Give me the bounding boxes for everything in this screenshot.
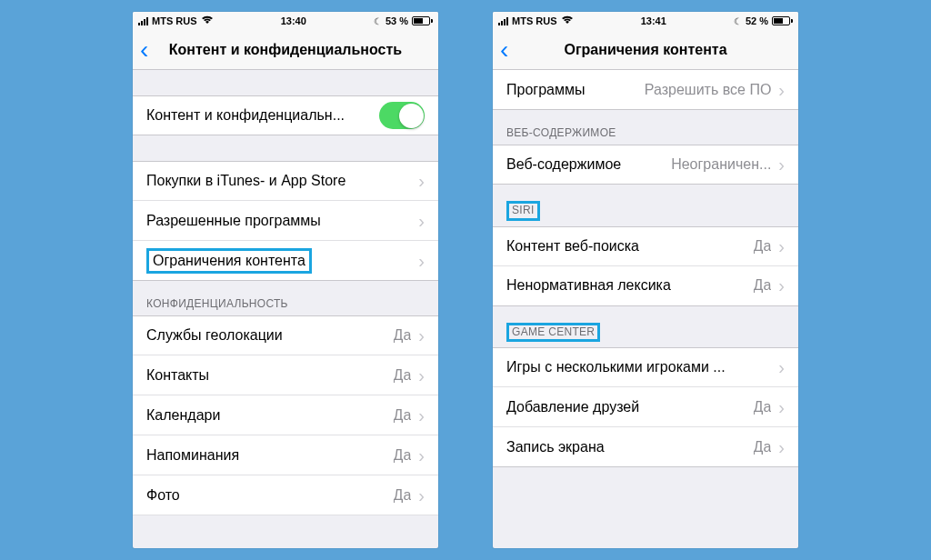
- row-contacts[interactable]: Контакты Да ›: [133, 355, 438, 395]
- wifi-icon: [201, 15, 214, 27]
- chevron-right-icon: ›: [778, 155, 785, 174]
- chevron-right-icon: ›: [778, 81, 785, 99]
- chevron-right-icon: ›: [778, 398, 785, 416]
- back-button[interactable]: ‹: [500, 37, 508, 63]
- cell-label: Ненормативная лексика: [506, 277, 754, 294]
- page-title: Контент и конфиденциальность: [133, 42, 438, 58]
- row-screen-recording[interactable]: Запись экрана Да ›: [493, 427, 798, 467]
- cell-label: Добавление друзей: [506, 399, 754, 415]
- clock: 13:41: [641, 15, 666, 26]
- signal-icon: [498, 17, 508, 25]
- cell-label: Веб-содержимое: [506, 156, 671, 173]
- row-allowed-apps[interactable]: Разрешенные программы ›: [133, 201, 438, 241]
- section-header-siri: SIRI: [493, 185, 798, 226]
- nav-bar: ‹ Контент и конфиденциальность: [133, 30, 438, 70]
- row-web-content[interactable]: Веб-содержимое Неограничен... ›: [493, 145, 798, 185]
- battery-percent: 52 %: [746, 15, 768, 26]
- chevron-right-icon: ›: [778, 358, 785, 376]
- cell-label: Контент и конфиденциальн...: [146, 107, 379, 124]
- chevron-right-icon: ›: [778, 438, 785, 456]
- cell-value: Да: [754, 238, 772, 255]
- section-header-privacy: КОНФИДЕНЦИАЛЬНОСТЬ: [133, 281, 438, 315]
- cell-label: Напоминания: [146, 447, 394, 464]
- chevron-right-icon: ›: [418, 252, 425, 270]
- chevron-right-icon: ›: [418, 212, 425, 230]
- row-web-search-content[interactable]: Контент веб-поиска Да ›: [493, 226, 798, 266]
- cell-label: Контент веб-поиска: [506, 238, 754, 255]
- carrier-label: MTS RUS: [152, 15, 197, 26]
- wifi-icon: [561, 15, 574, 27]
- cell-label: Ограничения контента: [146, 248, 418, 274]
- signal-icon: [138, 17, 148, 25]
- row-adding-friends[interactable]: Добавление друзей Да ›: [493, 387, 798, 427]
- cell-label: Службы геолокации: [146, 327, 394, 344]
- status-bar: MTS RUS 13:40 ☾ 53 %: [133, 12, 438, 30]
- cell-label: Разрешенные программы: [146, 213, 418, 229]
- cell-label: Фото: [146, 487, 394, 504]
- chevron-right-icon: ›: [418, 486, 425, 505]
- cell-label: Программы: [506, 82, 645, 98]
- row-apps[interactable]: Программы Разрешить все ПО ›: [493, 70, 798, 110]
- cell-value: Да: [754, 399, 772, 415]
- cell-value: Да: [394, 367, 412, 384]
- chevron-right-icon: ›: [418, 172, 425, 190]
- row-calendars[interactable]: Календари Да ›: [133, 395, 438, 435]
- chevron-right-icon: ›: [778, 276, 785, 295]
- row-itunes-purchases[interactable]: Покупки в iTunes- и App Store ›: [133, 161, 438, 201]
- section-header-web: ВЕБ-СОДЕРЖИМОЕ: [493, 110, 798, 145]
- battery-icon: [412, 16, 433, 25]
- cell-value: Да: [754, 277, 772, 294]
- cell-value: Да: [394, 407, 412, 424]
- toggle-switch[interactable]: [379, 102, 425, 129]
- status-bar: MTS RUS 13:41 ☾ 52 %: [493, 12, 798, 30]
- row-photos[interactable]: Фото Да ›: [133, 475, 438, 515]
- battery-icon: [772, 16, 793, 25]
- cell-value: Да: [394, 487, 412, 504]
- row-content-restrictions[interactable]: Ограничения контента ›: [133, 241, 438, 281]
- row-content-privacy-toggle[interactable]: Контент и конфиденциальн...: [133, 95, 438, 135]
- dnd-icon: ☾: [734, 16, 742, 26]
- chevron-right-icon: ›: [418, 446, 425, 465]
- cell-label: Календари: [146, 407, 394, 424]
- page-title: Ограничения контента: [493, 42, 798, 58]
- cell-value: Да: [394, 447, 412, 464]
- back-button[interactable]: ‹: [140, 37, 148, 63]
- nav-bar: ‹ Ограничения контента: [493, 30, 798, 70]
- cell-value: Разрешить все ПО: [645, 82, 771, 98]
- chevron-right-icon: ›: [418, 326, 425, 345]
- chevron-right-icon: ›: [418, 406, 425, 425]
- row-explicit-language[interactable]: Ненормативная лексика Да ›: [493, 266, 798, 306]
- cell-value: Да: [394, 327, 412, 344]
- phone-left: MTS RUS 13:40 ☾ 53 % ‹ Контент и конфиде…: [133, 12, 438, 548]
- clock: 13:40: [281, 15, 306, 26]
- row-location-services[interactable]: Службы геолокации Да ›: [133, 315, 438, 355]
- row-reminders[interactable]: Напоминания Да ›: [133, 435, 438, 475]
- cell-label: Контакты: [146, 367, 394, 384]
- cell-value: Неограничен...: [671, 156, 771, 173]
- phone-right: MTS RUS 13:41 ☾ 52 % ‹ Ограничения конте…: [493, 12, 798, 548]
- content-scroll[interactable]: Контент и конфиденциальн... Покупки в iT…: [133, 70, 438, 548]
- chevron-right-icon: ›: [418, 366, 425, 385]
- cell-label: Запись экрана: [506, 439, 754, 455]
- cell-label: Игры с несколькими игроками ...: [506, 359, 778, 375]
- chevron-right-icon: ›: [778, 237, 785, 255]
- carrier-label: MTS RUS: [512, 15, 557, 26]
- row-multiplayer-games[interactable]: Игры с несколькими игроками ... ›: [493, 347, 798, 387]
- cell-value: Да: [754, 439, 772, 455]
- cell-label: Покупки в iTunes- и App Store: [146, 173, 418, 189]
- battery-percent: 53 %: [385, 15, 408, 26]
- section-header-gamecenter: GAME CENTER: [493, 306, 798, 348]
- dnd-icon: ☾: [374, 16, 382, 26]
- content-scroll[interactable]: Программы Разрешить все ПО › ВЕБ-СОДЕРЖИ…: [493, 70, 798, 548]
